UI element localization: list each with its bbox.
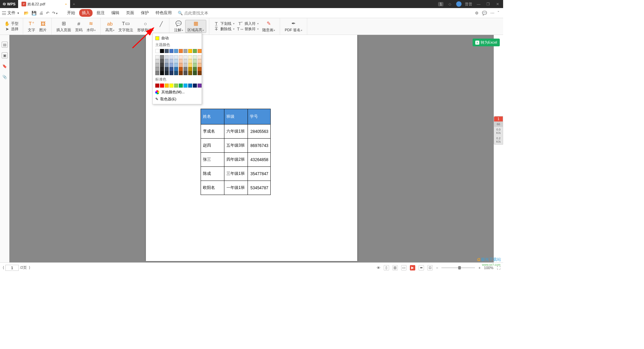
color-swatch[interactable] (193, 55, 197, 59)
color-swatch[interactable] (169, 49, 173, 53)
undo-icon[interactable]: ↶ (46, 11, 49, 15)
color-swatch[interactable] (174, 59, 178, 63)
two-page-icon[interactable]: ▭ (401, 265, 407, 270)
minimize-button[interactable]: — (476, 1, 482, 7)
color-swatch[interactable] (155, 67, 159, 71)
prev-page-button[interactable]: ⟨ (3, 265, 4, 270)
tab-protect[interactable]: 保护 (138, 9, 152, 17)
restore-button[interactable]: ❐ (485, 1, 491, 7)
color-swatch[interactable] (165, 63, 169, 67)
color-swatch[interactable] (183, 67, 187, 71)
insert-page-button[interactable]: ⊞插入页面 (54, 20, 73, 33)
color-swatch[interactable] (179, 63, 183, 67)
color-swatch[interactable] (193, 49, 197, 53)
tab-annotate[interactable]: 批注 (94, 9, 107, 17)
color-swatch[interactable] (179, 84, 183, 88)
color-swatch[interactable] (198, 55, 202, 59)
color-swatch[interactable] (174, 63, 178, 67)
color-swatch[interactable] (193, 63, 197, 67)
color-swatch[interactable] (198, 71, 202, 75)
color-swatch[interactable] (179, 71, 183, 75)
color-swatch[interactable] (188, 71, 192, 75)
color-swatch[interactable] (188, 67, 192, 71)
line-tool[interactable]: ╱ (156, 21, 166, 32)
zoom-slider[interactable] (441, 267, 475, 268)
color-swatch[interactable] (198, 49, 202, 53)
insert-char-button[interactable]: Tˇ插入符▾ (236, 21, 260, 27)
help-icon[interactable]: ⋯ (490, 11, 494, 15)
color-swatch[interactable] (169, 55, 173, 59)
color-swatch[interactable] (174, 49, 178, 53)
color-swatch[interactable] (183, 49, 187, 53)
next-page-button[interactable]: ⟩ (29, 265, 30, 270)
search-box[interactable]: 🔍 (178, 11, 218, 15)
color-swatch[interactable] (183, 63, 187, 67)
shape-annotation-button[interactable]: ○形状批注▾ (135, 20, 156, 33)
color-swatch[interactable] (160, 84, 164, 88)
color-swatch[interactable] (155, 84, 159, 88)
color-swatch[interactable] (169, 59, 173, 63)
color-swatch[interactable] (155, 71, 159, 75)
document-canvas[interactable]: 姓名 班级 学号 李成名六年级1班28405563 赵四五年级3班8697674… (9, 35, 494, 262)
auto-color-row[interactable]: 自动 (153, 35, 202, 42)
color-swatch[interactable] (193, 84, 197, 88)
color-swatch[interactable] (198, 84, 202, 88)
document-tab[interactable]: P 姓名22.pdf • (18, 0, 70, 8)
eye-icon[interactable]: 👁 (377, 266, 380, 270)
tab-insert[interactable]: 插入 (79, 9, 93, 17)
color-swatch[interactable] (183, 55, 187, 59)
color-swatch[interactable] (160, 71, 164, 75)
pdf-sign-button[interactable]: ✒PDF 签名▾ (283, 20, 304, 33)
color-swatch[interactable] (188, 63, 192, 67)
color-swatch[interactable] (174, 84, 178, 88)
print-icon[interactable]: 🖨 (39, 11, 43, 15)
underline-button[interactable]: T̲下划线▾ (212, 21, 236, 27)
hand-tool[interactable]: ✋手型 (3, 21, 20, 27)
color-swatch[interactable] (160, 67, 164, 71)
thumbnails-panel-icon[interactable]: ▤ (2, 42, 8, 48)
color-swatch[interactable] (169, 63, 173, 67)
save-icon[interactable]: 💾 (32, 11, 37, 15)
color-swatch[interactable] (174, 67, 178, 71)
color-swatch[interactable] (179, 49, 183, 53)
new-tab-button[interactable]: + (70, 2, 78, 6)
insert-image[interactable]: 🖼图片 (37, 20, 49, 33)
color-swatch[interactable] (198, 67, 202, 71)
color-swatch[interactable] (160, 49, 164, 53)
color-swatch[interactable] (165, 55, 169, 59)
color-swatch[interactable] (183, 59, 187, 63)
color-swatch[interactable] (165, 59, 169, 63)
color-swatch[interactable] (155, 49, 159, 53)
redo-icon[interactable]: ↷▾ (52, 11, 58, 15)
page-number-button[interactable]: #页码 (73, 20, 85, 33)
zoom-out-button[interactable]: − (436, 266, 438, 270)
color-swatch[interactable] (188, 55, 192, 59)
tab-special[interactable]: 特色应用 (153, 9, 174, 17)
page-input[interactable] (5, 265, 19, 271)
note-button[interactable]: 💬注解▾ (172, 20, 185, 33)
color-swatch[interactable] (169, 84, 173, 88)
color-swatch[interactable] (183, 71, 187, 75)
tab-page[interactable]: 页面 (123, 9, 137, 17)
color-swatch[interactable] (174, 55, 178, 59)
search-input[interactable] (184, 11, 218, 15)
tab-start[interactable]: 开始 (64, 9, 78, 17)
color-swatch[interactable] (165, 84, 169, 88)
single-page-icon[interactable]: ▯ (384, 265, 389, 270)
feedback-icon[interactable]: 💬 (482, 11, 487, 15)
color-swatch[interactable] (193, 71, 197, 75)
color-swatch[interactable] (165, 67, 169, 71)
file-menu[interactable]: 文件▾ (2, 10, 22, 16)
color-swatch[interactable] (165, 49, 169, 53)
continuous-page-icon[interactable]: ▥ (392, 265, 398, 270)
gallery-panel-icon[interactable]: ▣ (2, 52, 8, 58)
notification-badge[interactable]: 1 (438, 2, 443, 6)
user-avatar[interactable] (456, 1, 462, 7)
insert-text[interactable]: T⁺文字 (26, 20, 37, 33)
color-swatch[interactable] (198, 63, 202, 67)
text-annotation-button[interactable]: T▭文字批注 (116, 20, 135, 33)
color-swatch[interactable] (160, 55, 164, 59)
freehand-button[interactable]: ✎随意画▾ (260, 20, 277, 33)
collapse-ribbon-icon[interactable]: ˇ (498, 11, 499, 15)
select-tool[interactable]: ➤选择 (3, 27, 20, 32)
